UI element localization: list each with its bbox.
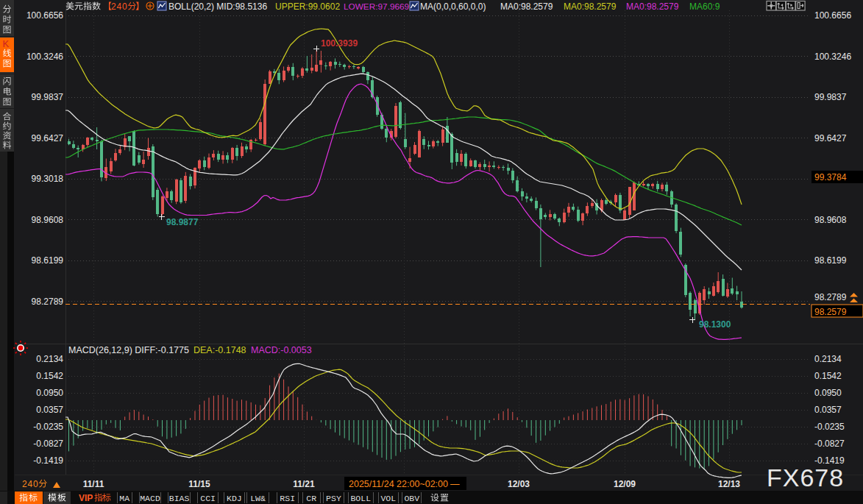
svg-text:98.6199: 98.6199 [32, 255, 64, 266]
svg-text:12/13: 12/13 [718, 479, 740, 489]
svg-text:98.9877: 98.9877 [166, 217, 199, 227]
svg-text:99.9837: 99.9837 [814, 92, 847, 102]
svg-text:99.3784: 99.3784 [814, 172, 847, 182]
svg-text:2: 2 [111, 1, 116, 12]
svg-text:LW&: LW& [250, 494, 266, 503]
svg-text:MACD: MACD [140, 494, 160, 503]
svg-text:0.2134: 0.2134 [36, 354, 63, 364]
svg-text:CR: CR [306, 494, 316, 503]
svg-text:0.2134: 0.2134 [814, 354, 842, 364]
svg-text:FX678: FX678 [767, 464, 844, 491]
svg-text:100.6656: 100.6656 [26, 10, 63, 21]
svg-text:11/21: 11/21 [293, 479, 315, 489]
svg-text:RSI: RSI [280, 494, 295, 503]
svg-text:MA(0,0,0,60,0,0): MA(0,0,0,60,0,0) [420, 1, 486, 12]
svg-text:12/09: 12/09 [614, 479, 636, 489]
svg-text:MACD:-0.0053: MACD:-0.0053 [251, 345, 312, 355]
svg-text:100.6656: 100.6656 [814, 10, 851, 21]
svg-text:CCI: CCI [200, 494, 216, 503]
svg-text:4: 4 [27, 479, 32, 489]
svg-text:11/15: 11/15 [188, 479, 210, 489]
svg-text:0.1542: 0.1542 [36, 371, 63, 381]
svg-text:99.6427: 99.6427 [814, 133, 847, 143]
svg-text:DEA:-0.1748: DEA:-0.1748 [193, 345, 246, 355]
svg-text:100.3246: 100.3246 [814, 52, 851, 62]
svg-text:0.1542: 0.1542 [814, 371, 842, 381]
svg-text:BOLL(20,2) MID:98.5136: BOLL(20,2) MID:98.5136 [168, 1, 267, 12]
svg-text:4: 4 [116, 1, 121, 12]
svg-text:98.9608: 98.9608 [814, 215, 847, 225]
svg-text:98.2789: 98.2789 [814, 292, 847, 302]
svg-text:-0.0235: -0.0235 [33, 422, 63, 432]
svg-text:-0.0827: -0.0827 [33, 439, 63, 449]
svg-text:0.0357: 0.0357 [814, 405, 842, 415]
svg-text:—: — [450, 479, 460, 489]
svg-text:99.3018: 99.3018 [32, 174, 64, 184]
svg-text:-0.0235: -0.0235 [814, 422, 845, 432]
svg-text:UPPER:99.0602: UPPER:99.0602 [275, 1, 340, 12]
svg-text:-0.0827: -0.0827 [814, 439, 845, 449]
svg-text:98.6199: 98.6199 [814, 255, 847, 266]
svg-text:VIP: VIP [79, 493, 93, 503]
svg-text:98.2579: 98.2579 [814, 307, 847, 317]
svg-text:MA: MA [119, 494, 129, 503]
svg-text:0: 0 [33, 479, 38, 489]
svg-text:2025/11/24 22:00~02:00: 2025/11/24 22:00~02:00 [349, 479, 448, 489]
svg-text:99.6427: 99.6427 [32, 133, 64, 143]
svg-text:-0.1419: -0.1419 [33, 455, 63, 466]
svg-text:98.1300: 98.1300 [699, 319, 731, 330]
svg-text:BIAS: BIAS [169, 494, 190, 503]
svg-text:MA0:98.2579: MA0:98.2579 [564, 1, 617, 12]
svg-text:VOL: VOL [380, 494, 396, 503]
svg-text:K: K [3, 38, 10, 49]
svg-text:11/11: 11/11 [83, 479, 104, 489]
svg-text:BOLL: BOLL [350, 494, 371, 503]
svg-text:MA0:98.2579: MA0:98.2579 [626, 1, 679, 12]
svg-text:12/03: 12/03 [508, 479, 530, 489]
svg-text:MACD(26,12,9) DIFF:-0.1775: MACD(26,12,9) DIFF:-0.1775 [68, 345, 189, 355]
svg-text:98.2789: 98.2789 [32, 297, 64, 307]
svg-text:98.9608: 98.9608 [32, 215, 64, 225]
svg-text:KDJ: KDJ [227, 494, 242, 503]
svg-text:2: 2 [22, 479, 27, 489]
svg-text:0: 0 [122, 1, 127, 12]
svg-text:OBV: OBV [404, 494, 419, 503]
svg-text:PSY: PSY [326, 494, 341, 503]
svg-text:MA60:9: MA60:9 [689, 1, 720, 12]
svg-text:MA0:98.2579: MA0:98.2579 [500, 1, 553, 12]
svg-text:100.3246: 100.3246 [26, 52, 63, 62]
svg-text:LOWER:97.9669: LOWER:97.9669 [344, 1, 409, 12]
svg-text:100.3939: 100.3939 [321, 38, 358, 49]
svg-text:0.0357: 0.0357 [36, 405, 63, 415]
svg-text:0.0950: 0.0950 [814, 388, 842, 398]
svg-text:99.9837: 99.9837 [32, 92, 64, 102]
svg-text:0.0950: 0.0950 [36, 388, 63, 398]
